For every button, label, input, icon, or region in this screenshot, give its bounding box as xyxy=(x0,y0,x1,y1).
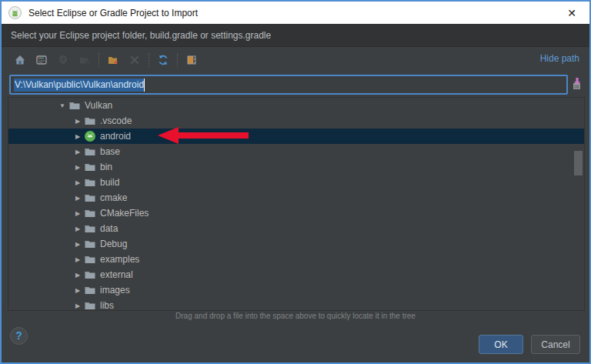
chevron-icon[interactable]: ▶ xyxy=(72,272,84,279)
tree-row[interactable]: ▶ CMakeFiles xyxy=(8,205,584,221)
paste-path-icon[interactable] xyxy=(569,76,585,92)
ok-button[interactable]: OK xyxy=(479,335,523,354)
chevron-icon[interactable]: ▶ xyxy=(72,225,84,232)
folder-icon xyxy=(84,253,96,265)
desktop-button[interactable] xyxy=(32,52,51,68)
hide-path-link[interactable]: Hide path xyxy=(540,53,579,64)
tree-item-label: external xyxy=(100,269,133,280)
chevron-icon[interactable]: ▶ xyxy=(72,195,84,202)
tree-row[interactable]: ▶ examples xyxy=(8,252,584,267)
folder-icon xyxy=(84,207,96,219)
module-directory-icon xyxy=(78,54,91,66)
tree-item-label: android xyxy=(100,131,131,142)
path-input-selected-text: V:\Vulkan\public\Vulkan\android xyxy=(14,78,145,92)
tree-row[interactable]: ▶ android xyxy=(8,129,584,144)
help-button[interactable]: ? xyxy=(10,327,28,345)
path-row: V:\Vulkan\public\Vulkan\android xyxy=(9,75,583,95)
android-studio-icon xyxy=(8,6,22,19)
chevron-icon[interactable]: ▶ xyxy=(72,179,84,186)
tree-item-label: libs xyxy=(100,300,114,311)
home-button[interactable] xyxy=(11,52,29,68)
tree-item-label: bin xyxy=(100,162,112,172)
folder-icon xyxy=(84,192,96,204)
folder-icon xyxy=(84,176,96,189)
chevron-icon[interactable]: ▶ xyxy=(72,118,84,125)
help-icon: ? xyxy=(15,329,22,342)
module-directory-button[interactable] xyxy=(75,52,94,68)
tree-row[interactable]: ▶ base xyxy=(8,144,584,159)
tree-row[interactable]: ▶ .vscode xyxy=(8,113,584,129)
folder-icon xyxy=(84,115,96,127)
window-title: Select Eclipse or Gradle Project to Impo… xyxy=(28,8,198,18)
tree-item-label: images xyxy=(100,285,130,296)
tree-item-label: CMakeFiles xyxy=(100,208,149,219)
tree-row[interactable]: ▶ Debug xyxy=(8,236,584,252)
tree-item-label: cmake xyxy=(100,192,127,203)
folder-icon xyxy=(84,145,96,158)
refresh-icon xyxy=(157,54,169,66)
tree-row[interactable]: ▶ libs xyxy=(8,298,584,311)
close-icon[interactable]: ✕ xyxy=(564,5,579,21)
delete-button[interactable] xyxy=(125,52,144,68)
toolbar-separator xyxy=(177,53,178,67)
tree-row[interactable]: ▼ Vulkan xyxy=(8,98,584,113)
import-project-dialog: Select Eclipse or Gradle Project to Impo… xyxy=(0,0,591,364)
new-folder-icon xyxy=(107,54,119,66)
tree-row[interactable]: ▶ bin xyxy=(8,159,584,175)
tree-item-label: data xyxy=(100,223,118,234)
folder-icon xyxy=(84,222,96,235)
dialog-footer: ? OK Cancel xyxy=(2,322,589,362)
new-folder-button[interactable] xyxy=(104,52,122,68)
file-tree: ▼ Vulkan ▶ .vscode ▶ xyxy=(8,97,585,311)
cancel-button[interactable]: Cancel xyxy=(531,335,580,354)
tree-item-label: build xyxy=(100,177,119,188)
folder-icon xyxy=(68,99,81,112)
tree-row[interactable]: ▶ cmake xyxy=(8,190,584,205)
desktop-icon xyxy=(35,54,48,66)
home-icon xyxy=(14,54,26,66)
tree-item-label: Vulkan xyxy=(85,100,112,111)
refresh-button[interactable] xyxy=(154,52,172,68)
tree-row[interactable]: ▶ external xyxy=(8,267,584,282)
toolbar-separator xyxy=(98,53,99,67)
tree-row[interactable]: ▶ data xyxy=(8,221,584,236)
chevron-icon[interactable]: ▶ xyxy=(72,133,84,140)
show-hidden-files-button[interactable] xyxy=(182,52,201,68)
tree: ▼ Vulkan ▶ .vscode ▶ xyxy=(8,98,584,311)
chevron-icon[interactable]: ▶ xyxy=(72,149,84,155)
path-input[interactable]: V:\Vulkan\public\Vulkan\android xyxy=(9,75,568,95)
vertical-scrollbar[interactable] xyxy=(574,151,583,175)
tree-row[interactable]: ▶ build xyxy=(8,175,584,190)
delete-icon xyxy=(129,54,141,66)
folder-icon xyxy=(84,238,96,250)
tree-item-label: .vscode xyxy=(100,115,132,126)
dialog-description: Select your Eclipse project folder, buil… xyxy=(2,24,589,47)
chevron-icon[interactable]: ▶ xyxy=(72,287,84,294)
tree-item-label: examples xyxy=(100,254,139,265)
folder-icon xyxy=(84,284,96,296)
file-chooser-toolbar: Hide path xyxy=(2,47,589,73)
chevron-icon[interactable]: ▶ xyxy=(72,256,84,263)
chevron-icon[interactable]: ▶ xyxy=(72,302,84,309)
project-directory-icon xyxy=(57,54,69,66)
toolbar-separator xyxy=(149,53,149,67)
show-hidden-files-icon xyxy=(185,54,198,66)
tree-item-label: Debug xyxy=(100,239,127,249)
tree-row[interactable]: ▶ images xyxy=(8,282,584,298)
chevron-icon[interactable]: ▶ xyxy=(72,241,84,248)
chevron-icon[interactable]: ▶ xyxy=(72,164,84,171)
project-directory-button[interactable] xyxy=(54,52,72,68)
android-project-icon xyxy=(84,130,96,142)
folder-icon xyxy=(84,161,96,173)
folder-icon xyxy=(84,269,96,281)
chevron-icon[interactable]: ▼ xyxy=(56,102,68,109)
title-bar: Select Eclipse or Gradle Project to Impo… xyxy=(2,2,589,24)
chevron-icon[interactable]: ▶ xyxy=(72,210,84,217)
folder-icon xyxy=(84,299,96,311)
tree-item-label: base xyxy=(100,146,120,157)
